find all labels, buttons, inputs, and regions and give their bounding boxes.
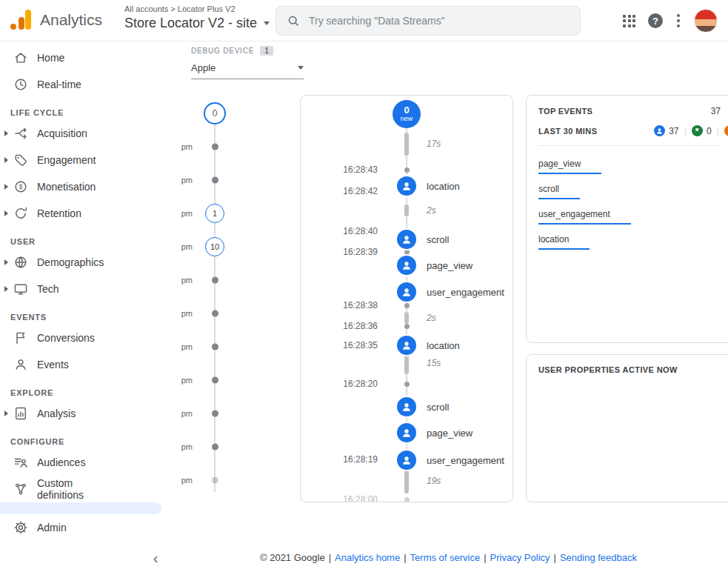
more-options-icon[interactable] — [675, 13, 681, 29]
sidebar: HomeReal-timeLIFE CYCLEAcquisitionEngage… — [0, 41, 169, 575]
sidebar-item-tech[interactable]: Tech — [0, 276, 169, 302]
sidebar-item-retention[interactable]: Retention — [0, 200, 169, 227]
minute-dot[interactable] — [212, 376, 218, 383]
event-user-icon[interactable] — [395, 281, 418, 303]
sidebar-item-admin[interactable]: Admin — [0, 514, 169, 541]
event-name[interactable]: page_view — [427, 260, 472, 271]
event-name[interactable]: location — [427, 181, 460, 192]
analytics-logo[interactable]: Analytics — [10, 10, 102, 30]
event-user-icon[interactable] — [395, 396, 418, 418]
event-name[interactable]: scroll — [427, 234, 449, 245]
sidebar-item-real-time[interactable]: Real-time — [0, 71, 169, 98]
search-placeholder: Try searching "Data Streams" — [309, 15, 445, 27]
footer-link[interactable]: Analytics home — [335, 552, 400, 563]
sidebar-section: EVENTS — [0, 302, 169, 325]
minute-dot[interactable] — [212, 476, 218, 483]
sidebar-item-label: Retention — [37, 207, 81, 219]
sidebar-item-acquisition[interactable]: Acquisition — [0, 120, 169, 147]
user-properties-title: USER PROPERTIES ACTIVE NOW — [538, 365, 721, 374]
conversions-count: 0 — [707, 126, 712, 136]
debug-device-control: DEBUG DEVICE 1 Apple — [191, 46, 304, 79]
footer-link[interactable]: Terms of service — [410, 552, 481, 563]
users-count: 37 — [669, 126, 678, 136]
top-event-row[interactable]: scroll — [538, 182, 721, 199]
debug-device-select[interactable]: Apple — [191, 62, 304, 79]
expand-arrow-icon[interactable] — [4, 286, 13, 292]
sidebar-item-monetisation[interactable]: $Monetisation — [0, 173, 169, 200]
footer-separator: | — [554, 552, 556, 563]
event-user-icon[interactable] — [395, 228, 418, 250]
header-actions: ? — [623, 0, 718, 41]
sidebar-item-analysis[interactable]: Analysis — [0, 400, 169, 427]
event-name[interactable]: location — [427, 340, 460, 351]
expand-arrow-icon[interactable] — [4, 411, 13, 416]
minute-count[interactable]: 10 — [205, 237, 224, 256]
minute-dot[interactable] — [212, 276, 218, 283]
sidebar-item-events[interactable]: Events — [0, 351, 169, 378]
sidebar-nav: HomeReal-timeLIFE CYCLEAcquisitionEngage… — [0, 44, 169, 541]
app-name: Analytics — [40, 11, 102, 29]
event-name[interactable]: page_view — [427, 428, 472, 439]
timeline-tick — [404, 382, 410, 387]
user-avatar[interactable] — [694, 9, 718, 33]
minute-row: pm — [172, 330, 240, 363]
event-user-icon[interactable] — [395, 449, 418, 471]
apps-grid-icon[interactable] — [623, 15, 635, 27]
stats-separator: | — [717, 125, 719, 136]
event-name[interactable]: user_engagement — [427, 287, 504, 298]
property-selector[interactable]: Store Locator V2 - site — [124, 16, 270, 31]
expand-arrow-icon[interactable] — [4, 184, 13, 190]
minute-label: pm — [172, 476, 193, 485]
minute-dot[interactable] — [212, 343, 218, 350]
top-event-row[interactable]: location — [538, 232, 721, 250]
timeline-tick — [404, 324, 410, 329]
sidebar-item-demographics[interactable]: Demographics — [0, 249, 169, 276]
sidebar-item-custom-definitions[interactable]: Custom definitions — [0, 476, 169, 502]
minute-count[interactable]: 1 — [205, 204, 224, 223]
event-user-icon[interactable] — [395, 422, 418, 444]
event-user-icon[interactable] — [395, 334, 418, 356]
breadcrumb[interactable]: All accounts > Locator Plus V2 — [124, 4, 270, 13]
footer-link[interactable]: Sending feedback — [560, 552, 637, 563]
event-name[interactable]: user_engagement — [427, 455, 504, 466]
minute-count-selected[interactable]: 0 — [204, 102, 226, 124]
collapse-sidebar-button[interactable]: ‹ — [147, 550, 164, 568]
user-properties-card: USER PROPERTIES ACTIVE NOW — [526, 354, 728, 502]
help-icon[interactable]: ? — [648, 13, 663, 28]
demographics-icon — [13, 255, 28, 270]
sidebar-item-audiences[interactable]: Audiences — [0, 449, 169, 476]
top-event-row[interactable]: page_view — [538, 156, 721, 174]
event-user-icon[interactable] — [395, 254, 418, 276]
property-title: Store Locator V2 - site — [124, 16, 257, 31]
last-30-mins-label: LAST 30 MINS — [538, 127, 597, 136]
minute-row: pm — [172, 163, 240, 196]
sidebar-item-home[interactable]: Home — [0, 44, 169, 71]
minute-label: pm — [172, 342, 193, 351]
events-icon — [13, 357, 28, 372]
footer-link[interactable]: Privacy Policy — [490, 552, 550, 563]
footer-copyright: © 2021 Google — [260, 552, 325, 563]
minute-dot[interactable] — [212, 310, 218, 316]
gap-capsule — [404, 312, 409, 324]
minute-dot[interactable] — [212, 410, 218, 416]
expand-arrow-icon[interactable] — [4, 259, 13, 265]
expand-arrow-icon[interactable] — [4, 157, 13, 163]
minute-row: pm — [172, 263, 240, 296]
minute-dot[interactable] — [212, 143, 218, 150]
sidebar-item-conversions[interactable]: Conversions — [0, 325, 169, 351]
debug-device-count-badge: 1 — [260, 46, 273, 56]
sidebar-item-engagement[interactable]: Engagement — [0, 147, 169, 173]
top-event-row[interactable]: user_engagement — [538, 207, 721, 225]
search-input[interactable]: Try searching "Data Streams" — [275, 6, 581, 36]
event-user-icon[interactable] — [395, 175, 418, 197]
expand-arrow-icon[interactable] — [4, 210, 13, 216]
expand-arrow-icon[interactable] — [4, 130, 13, 136]
minute-dot[interactable] — [212, 176, 218, 183]
minute-row: pm — [172, 463, 240, 496]
new-events-circle[interactable]: 0 new — [393, 100, 421, 128]
event-name[interactable]: scroll — [427, 402, 449, 413]
sidebar-item-label: Engagement — [37, 154, 96, 166]
top-event-name: scroll — [538, 184, 580, 199]
sidebar-selected-highlight[interactable] — [0, 502, 161, 514]
minute-dot[interactable] — [212, 443, 218, 450]
